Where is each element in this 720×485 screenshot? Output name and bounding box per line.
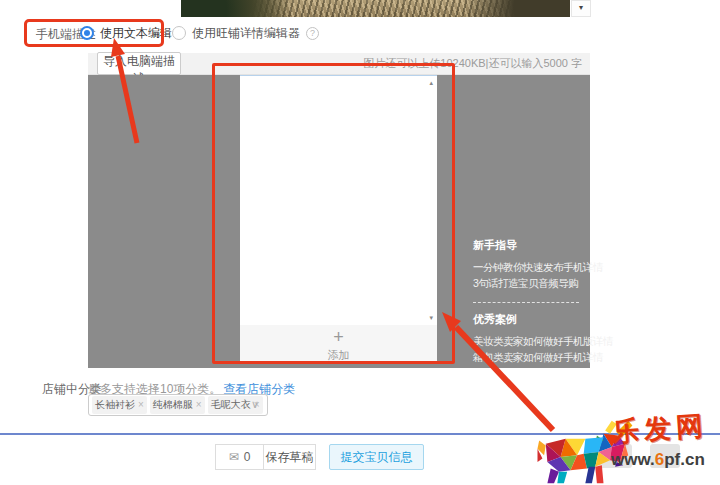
page: ▾ 手机端描述 使用文本编辑 使用旺铺详情编辑器 ? 图片还可以上传10240K… bbox=[0, 0, 720, 485]
radio-selected-icon[interactable] bbox=[80, 26, 94, 40]
radio-dot bbox=[84, 30, 90, 36]
chevron-down-icon[interactable]: ∨ bbox=[251, 398, 259, 411]
case-title: 优秀案例 bbox=[473, 312, 587, 327]
url-rest: pf.cn bbox=[664, 450, 705, 469]
newbie-guide-title: 新手指导 bbox=[473, 238, 587, 253]
mobile-preview-panel[interactable]: ▴ ▾ bbox=[240, 75, 437, 325]
category-tag-label: 长袖衬衫 bbox=[95, 398, 135, 412]
product-photo bbox=[181, 0, 570, 17]
import-pc-desc-button[interactable]: 导入电脑端描述 bbox=[97, 52, 181, 75]
message-count-button[interactable]: ✉ 0 bbox=[215, 444, 264, 470]
scroll-down-icon[interactable]: ▾ bbox=[429, 314, 433, 322]
category-tag: 纯棉棉服 × bbox=[150, 396, 205, 414]
save-draft-button[interactable]: 保存草稿 bbox=[263, 444, 316, 470]
watermark-site-url: www.6pf.cn bbox=[611, 450, 705, 470]
image-scroll-down-button[interactable]: ▾ bbox=[571, 0, 591, 17]
divider bbox=[473, 302, 579, 303]
case-link[interactable]: 箱包类卖家如何做好手机详情 bbox=[473, 349, 587, 365]
watermark-site-name: 乐发网 bbox=[611, 408, 709, 451]
scroll-up-icon[interactable]: ▴ bbox=[429, 79, 433, 87]
guide-panel: 新手指导 一分钟教你快速发布手机详情 3句话打造宝贝音频导购 优秀案例 美妆类卖… bbox=[473, 238, 587, 365]
radio-text-editor-label: 使用文本编辑 bbox=[100, 25, 172, 42]
add-label: 添加 bbox=[240, 348, 437, 363]
submit-product-button[interactable]: 提交宝贝信息 bbox=[329, 444, 424, 470]
category-tag-label: 纯棉棉服 bbox=[153, 398, 193, 412]
message-count: 0 bbox=[244, 450, 251, 464]
category-tag-label: 毛呢大衣 bbox=[211, 398, 251, 412]
plus-icon: + bbox=[240, 327, 437, 347]
category-tag: 长袖衬衫 × bbox=[92, 396, 147, 414]
guide-link[interactable]: 一分钟教你快速发布手机详情 bbox=[473, 259, 587, 275]
close-icon[interactable]: × bbox=[138, 400, 144, 410]
category-select[interactable]: 长袖衬衫 × 纯棉棉服 × 毛呢大衣 × ∨ bbox=[88, 394, 268, 416]
case-link[interactable]: 美妆类卖家如何做好手机版详情 bbox=[473, 333, 587, 349]
guide-link[interactable]: 3句话打造宝贝音频导购 bbox=[473, 275, 587, 291]
radio-unselected-icon[interactable] bbox=[172, 26, 186, 40]
url-digit: 6 bbox=[655, 450, 664, 469]
url-www: www. bbox=[611, 450, 655, 469]
radio-wangpu-editor[interactable]: 使用旺铺详情编辑器 ? bbox=[172, 25, 319, 41]
close-icon[interactable]: × bbox=[196, 400, 202, 410]
radio-text-editor[interactable]: 使用文本编辑 bbox=[80, 25, 172, 41]
add-module-button[interactable]: + 添加 bbox=[240, 325, 437, 364]
radio-wangpu-editor-label: 使用旺铺详情编辑器 bbox=[192, 25, 300, 42]
envelope-icon: ✉ bbox=[229, 450, 239, 464]
chevron-down-icon: ▾ bbox=[579, 3, 583, 12]
help-icon[interactable]: ? bbox=[306, 27, 319, 40]
